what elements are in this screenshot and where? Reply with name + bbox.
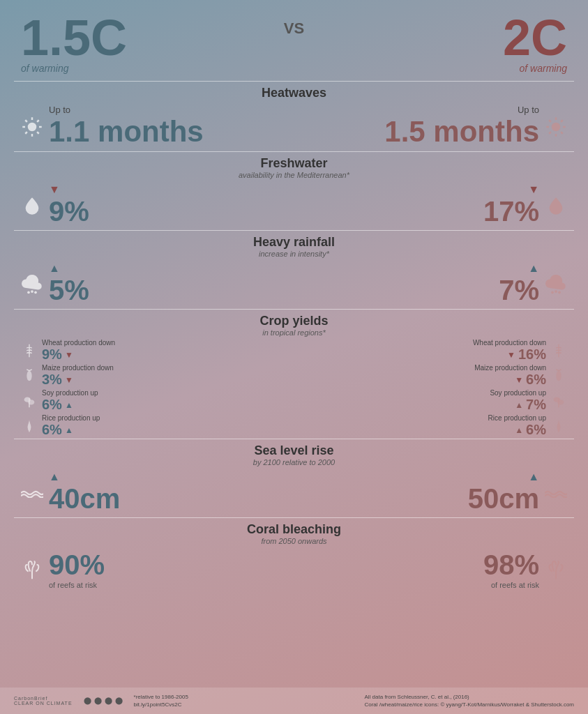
freshwater-section: Freshwater availability in the Mediterra… bbox=[0, 151, 588, 230]
left-temp-label: 1.5C of warming bbox=[21, 13, 127, 74]
coral-right-val: 98% bbox=[483, 549, 539, 581]
sea-level-row: ▲ 40cm ▲ 50cm bbox=[0, 468, 588, 517]
crop-row-soy: Soy production up 6% ▲ Soy production up… bbox=[0, 388, 588, 413]
coral-section: Coral bleaching from 2050 onwards 90% of… bbox=[0, 517, 588, 592]
sea-level-section: Sea level rise by 2100 relative to 2000 … bbox=[0, 439, 588, 517]
coral-left-sub: of reefs at risk bbox=[49, 581, 105, 589]
rainfall-left: ▲ 5% bbox=[21, 262, 89, 306]
wheat-right-arrow: ▼ bbox=[507, 350, 515, 360]
coral-icon-left bbox=[21, 559, 43, 581]
crop-row-wheat: Wheat production down 9% ▼ Wheat product… bbox=[0, 338, 588, 363]
heatwaves-title: Heatwaves bbox=[14, 86, 574, 100]
wheat-right: Wheat production down ▼ 16% bbox=[473, 339, 567, 363]
sea-level-left-val: 40cm bbox=[49, 483, 120, 515]
sea-level-title: Sea level rise bbox=[14, 443, 574, 458]
crops-title: Crop yields bbox=[14, 314, 574, 328]
footer-credit1: All data from Schleussner, C. et al., (2… bbox=[364, 693, 574, 701]
coral-right-sub: of reefs at risk bbox=[483, 581, 539, 589]
heatwaves-row: Up to 1.1 months Up to 1.5 months bbox=[0, 102, 588, 151]
coral-right: 98% of reefs at risk bbox=[483, 549, 567, 589]
coral-icon-right bbox=[545, 559, 567, 581]
svg-point-19 bbox=[31, 290, 33, 293]
svg-point-20 bbox=[34, 291, 37, 294]
svg-line-16 bbox=[561, 120, 563, 122]
right-temp-value: 2C bbox=[503, 13, 567, 63]
crop-row-rice: Rice production up 6% ▲ Rice production … bbox=[0, 413, 588, 439]
rainfall-header: Heavy rainfall increase in intensity* bbox=[14, 230, 574, 259]
svg-line-25 bbox=[27, 370, 29, 371]
rice-icon-right bbox=[550, 418, 567, 434]
freshwater-header: Freshwater availability in the Mediterra… bbox=[14, 151, 574, 181]
footer-note2: bit.ly/1point5Cvs2C bbox=[134, 701, 188, 708]
sea-level-right: ▲ 50cm bbox=[468, 471, 567, 515]
svg-point-27 bbox=[556, 371, 561, 381]
rice-left-arrow: ▲ bbox=[65, 425, 73, 435]
svg-line-6 bbox=[37, 132, 39, 134]
freshwater-left-val: 9% bbox=[49, 196, 89, 227]
maize-right-arrow: ▼ bbox=[515, 375, 523, 385]
sun-icon-left bbox=[21, 116, 43, 138]
coral-row: 90% of reefs at risk 98% of reefs at ris… bbox=[0, 547, 588, 592]
coral-title: Coral bleaching bbox=[14, 522, 574, 537]
heatwaves-left-val: 1.1 months bbox=[49, 115, 204, 149]
footer: CarbonBrief CLEAR ON CLIMATE ⬤ ⬤ ⬤ ⬤ *re… bbox=[0, 688, 588, 714]
footer-credit: All data from Schleussner, C. et al., (2… bbox=[364, 693, 574, 708]
facebook-icon[interactable]: ⬤ bbox=[84, 697, 91, 704]
svg-line-26 bbox=[29, 370, 32, 371]
coral-left: 90% of reefs at risk bbox=[21, 549, 105, 589]
left-temp-sub: of warming bbox=[21, 63, 127, 74]
rainfall-row: ▲ 5% ▲ 7% bbox=[0, 259, 588, 309]
rainfall-right: ▲ 7% bbox=[499, 262, 567, 306]
freshwater-left-arrow: ▼ bbox=[49, 183, 60, 195]
soy-right: Soy production up ▲ 7% bbox=[490, 389, 567, 413]
crops-header: Crop yields in tropical regions* bbox=[14, 309, 574, 338]
wheat-icon-right bbox=[550, 342, 567, 359]
wheat-left-arrow: ▼ bbox=[65, 350, 73, 360]
sea-level-subtitle: by 2100 relative to 2000 bbox=[14, 458, 574, 466]
maize-right: Maize production down ▼ 6% bbox=[474, 364, 567, 388]
freshwater-subtitle: availability in the Mediterranean* bbox=[14, 171, 574, 179]
linkedin-icon[interactable]: ⬤ bbox=[105, 697, 112, 704]
sea-level-left: ▲ 40cm bbox=[21, 471, 120, 515]
youtube-icon[interactable]: ⬤ bbox=[115, 697, 123, 704]
maize-right-label: Maize production down bbox=[474, 364, 546, 372]
rice-left: Rice production up 6% ▲ bbox=[21, 414, 100, 438]
wheat-icon-left bbox=[21, 342, 38, 359]
rainfall-title: Heavy rainfall bbox=[14, 235, 574, 250]
cloud-rain-icon-left bbox=[21, 273, 43, 296]
footer-note: *relative to 1986-2005 bit.ly/1point5Cvs… bbox=[134, 693, 188, 708]
freshwater-right: ▼ 17% bbox=[483, 183, 567, 227]
soy-icon-right bbox=[550, 393, 567, 409]
crop-row-maize: Maize production down 3% ▼ Maize product… bbox=[0, 363, 588, 388]
footer-note1: *relative to 1986-2005 bbox=[134, 693, 188, 701]
heatwaves-left-upto: Up to bbox=[49, 105, 204, 115]
rice-left-val: 6% bbox=[42, 422, 62, 438]
heatwaves-right-val: 1.5 months bbox=[384, 115, 539, 149]
rice-right: Rice production up ▲ 6% bbox=[488, 414, 567, 438]
svg-point-22 bbox=[555, 290, 557, 293]
sun-icon-right bbox=[545, 116, 567, 138]
twitter-icon[interactable]: ⬤ bbox=[94, 697, 102, 704]
soy-left: Soy production up 6% ▲ bbox=[21, 389, 98, 413]
maize-left: Maize production down 3% ▼ bbox=[21, 364, 114, 388]
wave-icon-left bbox=[21, 482, 43, 504]
maize-right-val: 6% bbox=[526, 372, 546, 388]
freshwater-title: Freshwater bbox=[14, 156, 574, 171]
right-temp-label: 2C of warming bbox=[503, 13, 567, 74]
header: 1.5C of warming VS 2C of warming bbox=[0, 0, 588, 81]
water-drop-icon-right bbox=[545, 195, 567, 217]
wave-icon-right bbox=[545, 482, 567, 504]
freshwater-right-val: 17% bbox=[483, 196, 539, 227]
social-icons: ⬤ ⬤ ⬤ ⬤ bbox=[84, 697, 123, 704]
wheat-left: Wheat production down 9% ▼ bbox=[21, 339, 115, 363]
soy-right-label: Soy production up bbox=[490, 389, 546, 397]
vs-text: VS bbox=[284, 20, 304, 38]
rice-right-arrow: ▲ bbox=[515, 425, 523, 435]
heatwaves-right: Up to 1.5 months bbox=[384, 105, 567, 149]
maize-icon-left bbox=[21, 367, 38, 384]
heatwaves-right-upto: Up to bbox=[384, 105, 539, 115]
svg-line-15 bbox=[561, 132, 563, 134]
soy-left-val: 6% bbox=[42, 397, 62, 413]
maize-left-val: 3% bbox=[42, 372, 62, 388]
water-drop-icon-left bbox=[21, 195, 43, 217]
